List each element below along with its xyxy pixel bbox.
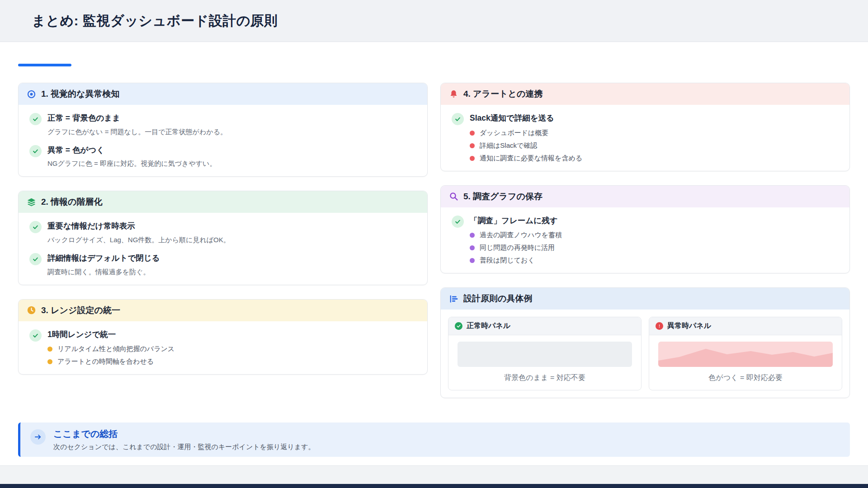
bullet-list: ダッシュボードは概要 詳細はSlackで確認 通知に調査に必要な情報を含める [470, 129, 582, 163]
content-area: 1. 視覚的な異常検知 正常 = 背景色のまま グラフに色がない = 問題なし。… [0, 64, 868, 457]
orange-dot-icon [47, 359, 52, 364]
orange-dot-icon [47, 347, 52, 352]
card-info-hierarchy-body: 重要な情報だけ常時表示 バックログサイズ、Lag、NG件数。上から順に見ればOK… [19, 213, 427, 284]
item-text: 1時間レンジで統一 リアルタイム性と傾向把握のバランス アラートとの時間軸を合わ… [47, 329, 175, 366]
card-investigation-graphs: 5. 調査グラフの保存 「調査」フレームに残す 過去の調査ノウハウを [440, 185, 850, 274]
left-column: 1. 視覚的な異常検知 正常 = 背景色のまま グラフに色がない = 問題なし。… [18, 83, 428, 375]
summary-text: ここまでの総括 次のセクションでは、これまでの設計・運用・監視のキーポイントを振… [53, 428, 315, 451]
card-investigation-graphs-body: 「調査」フレームに残す 過去の調査ノウハウを蓄積 同じ問題の再発時に活用 [441, 207, 849, 273]
item-title: 詳細情報はデフォルトで閉じる [47, 253, 160, 264]
abnormal-graph-area-chart [658, 342, 833, 367]
card-title: 1. 視覚的な異常検知 [41, 88, 120, 100]
item-text: 重要な情報だけ常時表示 バックログサイズ、Lag、NG件数。上から順に見ればOK… [47, 221, 230, 244]
bullet-label: 同じ問題の再発時に活用 [480, 244, 555, 252]
check-badge-icon [455, 322, 462, 330]
cards-grid: 1. 視覚的な異常検知 正常 = 背景色のまま グラフに色がない = 問題なし。… [18, 83, 850, 398]
summary-title: ここまでの総括 [53, 428, 315, 440]
bullet-label: リアルタイム性と傾向把握のバランス [57, 345, 175, 353]
red-dot-icon [470, 131, 475, 136]
list-item: 「調査」フレームに残す 過去の調査ノウハウを蓄積 同じ問題の再発時に活用 [452, 216, 839, 265]
page-header: まとめ: 監視ダッシュボード設計の原則 [0, 0, 868, 42]
purple-dot-icon [470, 245, 475, 250]
bullet-item: ダッシュボードは概要 [470, 129, 582, 137]
item-text: 詳細情報はデフォルトで閉じる 調査時に開く。情報過多を防ぐ。 [47, 253, 160, 277]
panel-caption: 色がつく = 即対応必要 [658, 373, 833, 383]
item-title: Slack通知で詳細を送る [470, 113, 582, 124]
card-design-examples-header: 設計原則の具体例 [441, 288, 849, 310]
normal-panel-body: 背景色のまま = 対応不要 [448, 335, 641, 390]
accent-line [18, 64, 71, 66]
card-visual-detection-header: 1. 視覚的な異常検知 [19, 83, 427, 105]
bullet-item: 詳細はSlackで確認 [470, 141, 582, 150]
red-dot-icon [470, 143, 475, 148]
normal-graph-placeholder [458, 342, 632, 367]
item-desc: 調査時に開く。情報過多を防ぐ。 [47, 267, 160, 277]
bullet-item: 過去の調査ノウハウを蓄積 [470, 231, 562, 239]
item-text: 「調査」フレームに残す 過去の調査ノウハウを蓄積 同じ問題の再発時に活用 [470, 216, 562, 265]
right-column: 4. アラートとの連携 Slack通知で詳細を送る ダッシュボードは [440, 83, 850, 398]
list-item: 詳細情報はデフォルトで閉じる 調査時に開く。情報過多を防ぐ。 [29, 253, 416, 277]
clock-icon [27, 305, 36, 315]
normal-panel-header: 正常時パネル [448, 317, 641, 335]
card-title: 4. アラートとの連携 [463, 88, 542, 100]
card-design-examples-body: 正常時パネル 背景色のまま = 対応不要 異常時パネル [441, 310, 849, 398]
card-title: 5. 調査グラフの保存 [463, 191, 542, 202]
footer-navy-bar [0, 484, 868, 488]
alert-badge-icon [656, 322, 663, 330]
card-visual-detection: 1. 視覚的な異常検知 正常 = 背景色のまま グラフに色がない = 問題なし。… [18, 83, 428, 177]
item-title: 「調査」フレームに残す [470, 216, 562, 226]
check-circle-icon [29, 113, 42, 125]
panel-title: 正常時パネル [467, 321, 510, 331]
list-item: Slack通知で詳細を送る ダッシュボードは概要 詳細はSlackで確認 [452, 113, 839, 163]
bullet-label: 過去の調査ノウハウを蓄積 [480, 231, 562, 239]
bullet-label: アラートとの時間軸を合わせる [57, 357, 154, 366]
red-dot-icon [470, 156, 475, 161]
abnormal-panel-body: 色がつく = 即対応必要 [649, 335, 842, 390]
bullet-item: アラートとの時間軸を合わせる [47, 357, 175, 366]
card-title: 2. 情報の階層化 [41, 196, 103, 208]
target-icon [27, 89, 36, 99]
card-title: 設計原則の具体例 [463, 293, 532, 305]
item-text: Slack通知で詳細を送る ダッシュボードは概要 詳細はSlackで確認 [470, 113, 582, 163]
page-title: まとめ: 監視ダッシュボード設計の原則 [32, 12, 278, 30]
abnormal-panel-header: 異常時パネル [649, 317, 842, 335]
purple-dot-icon [470, 258, 475, 263]
card-range-unification-header: 3. レンジ設定の統一 [19, 300, 427, 321]
list-item: 1時間レンジで統一 リアルタイム性と傾向把握のバランス アラートとの時間軸を合わ… [29, 329, 416, 366]
bullet-item: 普段は閉じておく [470, 256, 562, 265]
item-title: 重要な情報だけ常時表示 [47, 221, 230, 232]
card-alert-integration-body: Slack通知で詳細を送る ダッシュボードは概要 詳細はSlackで確認 [441, 105, 849, 171]
bullet-item: 通知に調査に必要な情報を含める [470, 154, 582, 163]
check-circle-icon [452, 216, 464, 228]
magnifier-icon [449, 192, 458, 201]
check-circle-icon [29, 253, 42, 265]
purple-dot-icon [470, 233, 475, 238]
check-circle-icon [29, 145, 42, 157]
bullet-label: 通知に調査に必要な情報を含める [480, 154, 582, 163]
item-title: 異常 = 色がつく [47, 145, 216, 156]
bullet-label: 普段は閉じておく [480, 256, 535, 265]
item-desc: バックログサイズ、Lag、NG件数。上から順に見ればOK。 [47, 235, 230, 244]
card-info-hierarchy: 2. 情報の階層化 重要な情報だけ常時表示 バックログサイズ、Lag、NG件数。… [18, 191, 428, 285]
arrow-right-icon [30, 429, 46, 445]
card-info-hierarchy-header: 2. 情報の階層化 [19, 191, 427, 213]
layers-icon [27, 197, 36, 207]
card-title: 3. レンジ設定の統一 [41, 305, 120, 316]
bell-icon [449, 89, 458, 99]
card-visual-detection-body: 正常 = 背景色のまま グラフに色がない = 問題なし。一目で正常状態がわかる。… [19, 105, 427, 176]
bullet-label: 詳細はSlackで確認 [480, 141, 537, 150]
summary-banner: ここまでの総括 次のセクションでは、これまでの設計・運用・監視のキーポイントを振… [18, 422, 850, 457]
list-item: 異常 = 色がつく NGグラフに色 = 即座に対応。視覚的に気づきやすい。 [29, 145, 416, 169]
card-alert-integration: 4. アラートとの連携 Slack通知で詳細を送る ダッシュボードは [440, 83, 850, 171]
check-circle-icon [452, 113, 464, 125]
abnormal-panel: 異常時パネル 色がつく = 即対応必要 [649, 317, 842, 390]
item-title: 1時間レンジで統一 [47, 329, 175, 340]
bullet-item: 同じ問題の再発時に活用 [470, 244, 562, 252]
check-circle-icon [29, 221, 42, 233]
item-text: 正常 = 背景色のまま グラフに色がない = 問題なし。一目で正常状態がわかる。 [47, 113, 227, 136]
list-item: 正常 = 背景色のまま グラフに色がない = 問題なし。一目で正常状態がわかる。 [29, 113, 416, 136]
list-item: 重要な情報だけ常時表示 バックログサイズ、Lag、NG件数。上から順に見ればOK… [29, 221, 416, 244]
bullet-list: 過去の調査ノウハウを蓄積 同じ問題の再発時に活用 普段は閉じておく [470, 231, 562, 265]
panel-caption: 背景色のまま = 対応不要 [458, 373, 632, 383]
panel-title: 異常時パネル [667, 321, 711, 331]
